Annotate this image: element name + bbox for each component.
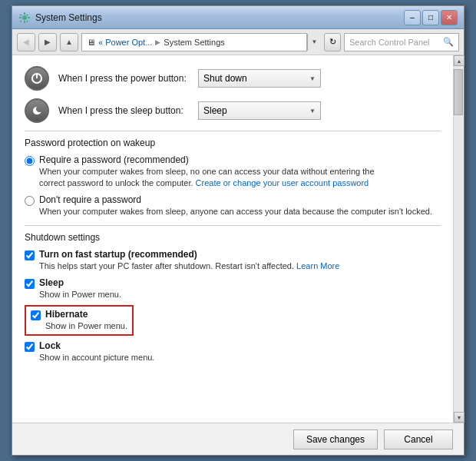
power-dropdown[interactable]: Shut down ▼ xyxy=(198,69,321,88)
close-button[interactable]: ✕ xyxy=(441,10,458,25)
content-area: When I press the power button: Shut down… xyxy=(12,55,464,423)
footer: Save changes Cancel xyxy=(12,423,464,455)
scroll-up-arrow[interactable]: ▲ xyxy=(454,55,464,66)
change-password-link[interactable]: Create or change your user account passw… xyxy=(196,178,369,187)
sleep-checkbox[interactable] xyxy=(25,279,35,289)
require-password-radio[interactable] xyxy=(25,156,35,166)
no-password-label: Don't require a password xyxy=(39,194,441,205)
require-password-text: Require a password (recommended) When yo… xyxy=(39,154,441,190)
svg-point-0 xyxy=(22,15,27,20)
save-changes-button[interactable]: Save changes xyxy=(293,429,378,449)
lock-checkbox[interactable] xyxy=(25,342,35,352)
forward-icon: ▶ xyxy=(45,38,51,46)
back-button[interactable]: ◀ xyxy=(17,33,35,51)
address-separator: ▶ xyxy=(155,38,160,46)
hibernate-checkbox-desc: Show in Power menu. xyxy=(45,320,127,332)
back-icon: ◀ xyxy=(23,38,29,46)
hibernate-checkbox-text: Hibernate Show in Power menu. xyxy=(45,309,127,332)
main-content: When I press the power button: Shut down… xyxy=(12,55,453,423)
shutdown-section-title: Shutdown settings xyxy=(25,232,441,243)
cancel-button[interactable]: Cancel xyxy=(384,429,453,449)
hibernate-checkbox[interactable] xyxy=(31,310,41,320)
scroll-down-arrow[interactable]: ▼ xyxy=(454,412,464,423)
fast-startup-desc: This helps start your PC faster after sh… xyxy=(39,260,441,272)
require-password-desc1: When your computer wakes from sleep, no … xyxy=(39,167,375,176)
sleep-dropdown-value: Sleep xyxy=(203,105,227,116)
address-icon: 🖥 xyxy=(87,38,95,47)
up-button[interactable]: ▲ xyxy=(60,33,78,51)
password-section-title: Password protection on wakeup xyxy=(25,138,441,148)
power-dropdown-arrow: ▼ xyxy=(309,75,316,82)
require-password-row: Require a password (recommended) When yo… xyxy=(25,154,441,190)
fast-startup-text: Turn on fast startup (recommended) This … xyxy=(39,249,441,272)
scroll-thumb[interactable] xyxy=(454,69,463,115)
scrollbar[interactable]: ▲ ▼ xyxy=(453,55,464,423)
require-password-label: Require a password (recommended) xyxy=(39,154,441,165)
sleep-button-label: When I press the sleep button: xyxy=(58,105,189,116)
address-box[interactable]: 🖥 « Power Opt... ▶ System Settings xyxy=(81,33,307,51)
require-password-desc2: correct password to unlock the computer. xyxy=(39,178,193,187)
sleep-checkbox-text: Sleep Show in Power menu. xyxy=(39,277,441,300)
scroll-track xyxy=(454,66,464,412)
learn-more-link[interactable]: Learn More xyxy=(296,261,339,270)
sleep-icon xyxy=(25,98,49,123)
fast-startup-label: Turn on fast startup (recommended) xyxy=(39,249,441,260)
lock-checkbox-text: Lock Show in account picture menu. xyxy=(39,340,441,363)
no-password-desc: When your computer wakes from sleep, any… xyxy=(39,206,441,217)
address-path2: System Settings xyxy=(164,38,224,47)
titlebar-left: System Settings xyxy=(18,12,102,24)
search-placeholder: Search Control Panel xyxy=(349,38,430,47)
lock-checkbox-label: Lock xyxy=(39,340,441,351)
divider2 xyxy=(25,225,441,226)
main-window: System Settings – □ ✕ ◀ ▶ ▲ 🖥 « Power Op… xyxy=(12,5,464,456)
divider1 xyxy=(25,131,441,131)
no-password-radio[interactable] xyxy=(25,196,35,206)
require-password-desc: When your computer wakes from sleep, no … xyxy=(39,166,441,190)
password-radio-group: Require a password (recommended) When yo… xyxy=(25,154,441,217)
fast-startup-row: Turn on fast startup (recommended) This … xyxy=(25,249,441,272)
window-controls: – □ ✕ xyxy=(404,10,458,25)
sleep-button-row: When I press the sleep button: Sleep ▼ xyxy=(25,98,441,123)
power-button-label: When I press the power button: xyxy=(58,73,189,84)
addressbar: ◀ ▶ ▲ 🖥 « Power Opt... ▶ System Settings… xyxy=(12,29,464,55)
address-path1: « Power Opt... xyxy=(98,38,152,47)
search-icon: 🔍 xyxy=(443,37,454,47)
search-box[interactable]: Search Control Panel 🔍 xyxy=(344,33,459,51)
power-dropdown-value: Shut down xyxy=(203,73,247,84)
fast-startup-desc-text: This helps start your PC faster after sh… xyxy=(39,261,294,270)
hibernate-checkbox-label: Hibernate xyxy=(45,309,127,320)
power-icon xyxy=(25,66,49,91)
address-dropdown[interactable]: ▼ xyxy=(307,34,321,51)
lock-checkbox-desc: Show in account picture menu. xyxy=(39,352,441,363)
power-button-row: When I press the power button: Shut down… xyxy=(25,66,441,91)
no-password-row: Don't require a password When your compu… xyxy=(25,194,441,217)
sleep-dropdown-arrow: ▼ xyxy=(309,108,316,114)
up-icon: ▲ xyxy=(65,38,73,46)
lock-checkbox-row: Lock Show in account picture menu. xyxy=(25,340,441,363)
minimize-button[interactable]: – xyxy=(404,10,421,25)
hibernate-highlight-box: Hibernate Show in Power menu. xyxy=(25,305,134,336)
fast-startup-checkbox[interactable] xyxy=(25,250,35,260)
maximize-button[interactable]: □ xyxy=(422,10,439,25)
sleep-checkbox-desc: Show in Power menu. xyxy=(39,289,441,300)
sleep-checkbox-row: Sleep Show in Power menu. xyxy=(25,277,441,300)
no-password-text: Don't require a password When your compu… xyxy=(39,194,441,217)
refresh-button[interactable]: ↻ xyxy=(324,33,341,51)
hibernate-checkbox-row: Hibernate Show in Power menu. xyxy=(31,309,127,332)
window-title: System Settings xyxy=(35,12,102,23)
window-icon xyxy=(18,12,31,24)
forward-button[interactable]: ▶ xyxy=(38,33,57,51)
refresh-icon: ↻ xyxy=(329,37,336,47)
titlebar: System Settings – □ ✕ xyxy=(12,6,464,29)
sleep-dropdown[interactable]: Sleep ▼ xyxy=(198,101,321,120)
sleep-checkbox-label: Sleep xyxy=(39,277,441,288)
